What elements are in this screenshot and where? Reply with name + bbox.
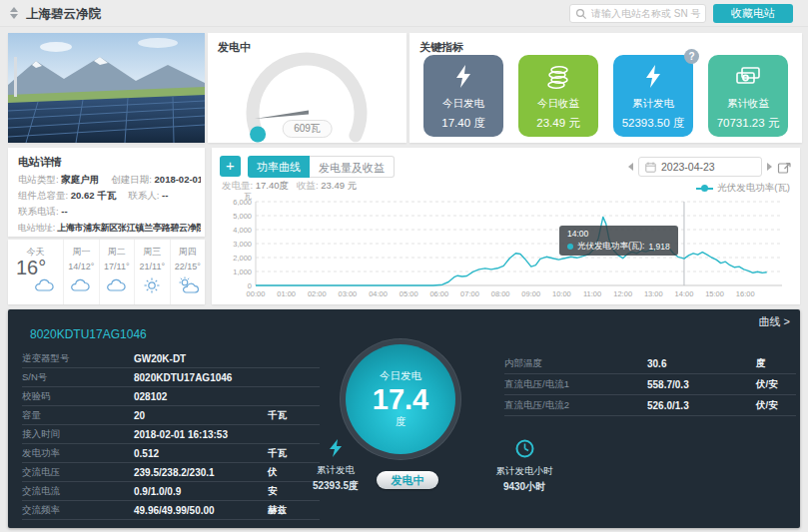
cash-icon xyxy=(708,55,788,95)
selected-date: 2023-04-23 xyxy=(661,161,715,173)
legend-marker-icon xyxy=(696,188,713,190)
sun-icon xyxy=(140,276,164,298)
sun-cloud-icon xyxy=(176,276,200,298)
power-curve-card: + 功率曲线 发电量及收益 2023-04-23 发电量: 17 xyxy=(212,148,800,304)
kpi-title: 关键指标 xyxy=(419,40,463,55)
today-generation-value: 17.4 xyxy=(373,383,428,415)
total-generation-stat: 累计发电 52393.5度 xyxy=(291,439,381,493)
help-icon[interactable]: ? xyxy=(684,49,699,64)
svg-text:08:00: 08:00 xyxy=(491,289,510,298)
favorite-station-button[interactable]: 收藏电站 xyxy=(713,4,793,23)
tab-power-curve[interactable]: 功率曲线 xyxy=(248,156,310,178)
table-row: 接入时间2018-02-01 16:13:53 xyxy=(22,425,320,444)
top-header: 上海碧云净院 收藏电站 xyxy=(0,0,808,27)
cloud-icon xyxy=(105,276,129,298)
next-day-button[interactable] xyxy=(767,163,772,171)
bolt-icon xyxy=(613,55,693,95)
weather-today: 今天 16° xyxy=(8,240,63,304)
dashboard-page: 上海碧云净院 收藏电站 xyxy=(0,0,808,532)
svg-text:05:00: 05:00 xyxy=(400,289,418,298)
cloud-icon xyxy=(69,276,93,298)
gauge-value-marker xyxy=(250,127,266,143)
generation-status-card: 发电中 609瓦 xyxy=(208,33,406,143)
svg-text:01:00: 01:00 xyxy=(277,289,296,298)
svg-text:3,000: 3,000 xyxy=(233,240,252,249)
table-row: 交流频率49.96/49.99/50.00赫兹 xyxy=(22,501,320,520)
svg-text:09:00: 09:00 xyxy=(521,289,540,298)
detail-title: 电站详情 xyxy=(18,155,62,170)
cloud-icon xyxy=(33,276,57,298)
chart-plot-area[interactable]: 01,0002,0003,0004,0005,0006,000瓦00:0001:… xyxy=(220,192,792,299)
svg-text:14:00: 14:00 xyxy=(675,289,694,298)
station-detail-card: 电站详情 电站类型: 家庭户用 创建日期: 2018-02-01 组件总容量: … xyxy=(8,148,205,237)
svg-text:04:00: 04:00 xyxy=(369,289,388,298)
svg-text:10:00: 10:00 xyxy=(552,289,571,298)
inverter-panel: 8020KDTU17AG1046 曲线 > 逆变器型号GW20K-DT S/N号… xyxy=(8,309,800,528)
coins-icon xyxy=(518,55,598,95)
power-line-chart[interactable]: 01,0002,0003,0004,0005,0006,000瓦00:0001:… xyxy=(220,192,792,299)
svg-text:16:00: 16:00 xyxy=(736,289,755,298)
svg-text:03:00: 03:00 xyxy=(339,289,358,298)
kpi-today-generation: 今日发电 17.40 度 xyxy=(423,55,503,137)
weather-day: 周四 22/15° xyxy=(170,240,205,304)
svg-text:12:00: 12:00 xyxy=(613,289,632,298)
bolt-icon xyxy=(329,439,343,457)
search-input[interactable] xyxy=(591,5,703,22)
kpi-today-income: 今日收益 23.49 元 xyxy=(518,55,598,137)
table-row: 容量20千瓦 xyxy=(22,406,320,425)
generating-status-button[interactable]: 发电中 xyxy=(377,471,438,489)
chart-tabs: 功率曲线 发电量及收益 xyxy=(248,156,395,178)
tab-generation-income[interactable]: 发电量及收益 xyxy=(310,156,395,178)
prev-day-button[interactable] xyxy=(628,163,633,171)
weather-card: 今天 16° 周一 14/12° 周二 17/11° 周三 21/11° xyxy=(8,240,205,304)
station-switcher-icon[interactable] xyxy=(9,6,19,20)
svg-text:13:00: 13:00 xyxy=(644,289,663,298)
svg-text:1,000: 1,000 xyxy=(233,267,252,276)
table-row: 校验码028102 xyxy=(22,387,320,406)
table-row: 交流电压239.5/238.2/230.1伏 xyxy=(22,463,320,482)
svg-text:07:00: 07:00 xyxy=(460,289,479,298)
table-row: 交流电流0.9/1.0/0.9安 xyxy=(22,482,320,501)
clock-icon xyxy=(515,439,534,458)
total-hours-stat: 累计发电小时 9430小时 xyxy=(479,439,569,494)
weather-day: 周三 21/11° xyxy=(134,240,169,304)
export-icon[interactable] xyxy=(777,160,792,175)
table-row: 直流电压/电流2526.0/1.3伏/安 xyxy=(504,395,796,416)
solar-farm-image xyxy=(8,33,205,143)
svg-text:00:00: 00:00 xyxy=(247,289,266,298)
inverter-sn-title: 8020KDTU17AG1046 xyxy=(30,327,147,341)
svg-text:11:00: 11:00 xyxy=(583,289,601,298)
weather-day: 周二 17/11° xyxy=(99,240,134,304)
weather-day: 周一 14/12° xyxy=(63,240,98,304)
detail-fields: 电站类型: 家庭户用 创建日期: 2018-02-01 组件总容量: 20.62… xyxy=(18,172,201,236)
status-label: 发电中 xyxy=(218,40,251,55)
calendar-icon xyxy=(645,162,656,173)
svg-text:2,000: 2,000 xyxy=(233,254,252,263)
inverter-dc-table: 内部温度30.6度 直流电压/电流1558.7/0.3伏/安 直流电压/电流25… xyxy=(504,353,796,416)
current-power-badge: 609瓦 xyxy=(282,120,333,138)
inverter-info-table: 逆变器型号GW20K-DT S/N号8020KDTU17AG1046 校验码02… xyxy=(22,349,320,520)
income-value: 23.49 元 xyxy=(321,180,357,191)
table-row: 内部温度30.6度 xyxy=(504,353,796,374)
add-compare-button[interactable]: + xyxy=(220,156,241,177)
table-row: 逆变器型号GW20K-DT xyxy=(22,349,320,368)
kpi-total-income: 累计收益 70731.23 元 xyxy=(708,55,788,137)
kpi-row: 今日发电 17.40 度 今日收益 23.49 元 ? 累计发电 xyxy=(419,55,792,137)
gen-value: 17.40度 xyxy=(256,180,289,191)
table-row: S/N号8020KDTU17AG1046 xyxy=(22,368,320,387)
gauge-needle xyxy=(255,111,309,120)
search-icon xyxy=(575,8,587,20)
svg-text:02:00: 02:00 xyxy=(308,289,327,298)
date-picker[interactable]: 2023-04-23 xyxy=(638,157,762,177)
station-photo xyxy=(8,33,205,143)
svg-text:5,000: 5,000 xyxy=(233,212,252,221)
bolt-icon xyxy=(423,55,503,95)
table-row: 发电功率0.512千瓦 xyxy=(22,444,320,463)
date-navigator: 2023-04-23 xyxy=(628,157,792,177)
kpi-total-generation: ? 累计发电 52393.50 度 xyxy=(613,55,693,137)
curve-link[interactable]: 曲线 > xyxy=(759,314,790,329)
svg-text:15:00: 15:00 xyxy=(705,289,724,298)
page-title: 上海碧云净院 xyxy=(26,6,101,23)
svg-text:06:00: 06:00 xyxy=(429,289,448,298)
table-row: 直流电压/电流1558.7/0.3伏/安 xyxy=(504,374,796,395)
